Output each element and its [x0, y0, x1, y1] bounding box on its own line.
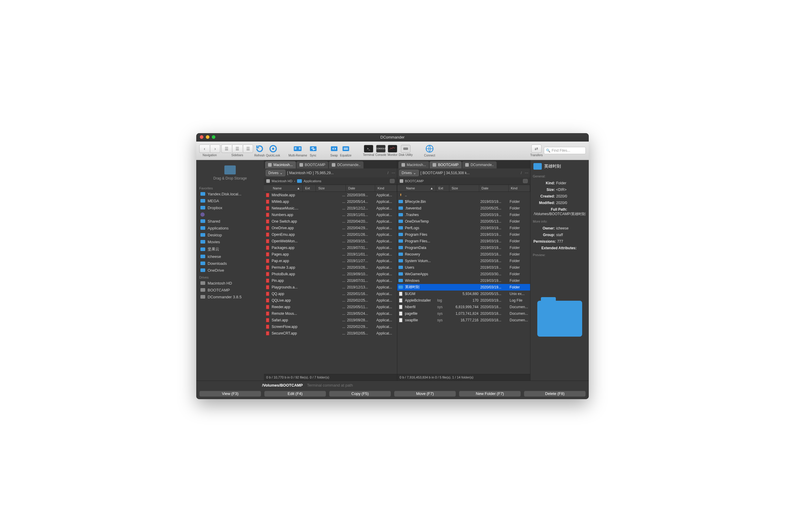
file-row[interactable]: Permute 3.app...2020/03/26...Applicat...: [264, 264, 397, 271]
tab[interactable]: Macintosh...: [265, 161, 296, 169]
file-row[interactable]: Remote Mous......2019/05/24...Applicat..…: [264, 310, 397, 317]
swap-button[interactable]: [329, 144, 339, 153]
file-row[interactable]: OpenEmu.app...2020/01/26...Applicat...: [264, 231, 397, 238]
zoom-window-button[interactable]: [212, 135, 216, 139]
file-row[interactable]: Program Files2019/03/19...Folder: [397, 231, 530, 238]
file-row[interactable]: ⬆..: [397, 192, 530, 198]
sidebar-favorite[interactable]: Downloads: [196, 260, 264, 267]
multi-rename-button[interactable]: [293, 144, 302, 153]
file-row[interactable]: OneDrive.app...2020/04/29...Applicat...: [264, 225, 397, 231]
col-ext[interactable]: Ext: [303, 185, 316, 192]
path-more[interactable]: ⋯: [391, 171, 395, 175]
close-window-button[interactable]: [200, 135, 203, 139]
quicklook-button[interactable]: [268, 144, 278, 153]
file-row[interactable]: Reeder.app...2020/05/11...Applicat...: [264, 304, 397, 310]
col-name[interactable]: Name▲: [264, 185, 303, 192]
view-button[interactable]: View (F3): [199, 391, 261, 397]
copy-button[interactable]: Copy (F5): [329, 391, 391, 397]
file-row[interactable]: OneDriveTemp2020/05/13...Folder: [397, 218, 530, 225]
file-row[interactable]: QQ.app...2020/01/16...Applicat...: [264, 290, 397, 297]
file-row[interactable]: WeGameApps2020/03/30...Folder: [397, 271, 530, 277]
nav-back-button[interactable]: ‹: [199, 145, 209, 153]
right-drives-dropdown[interactable]: Drives ⌄: [399, 170, 419, 176]
col-kind[interactable]: Kind: [509, 185, 530, 192]
connect-button[interactable]: [425, 144, 434, 153]
col-size[interactable]: Size: [316, 185, 346, 192]
move-button[interactable]: Move (F7): [394, 391, 456, 397]
terminal-button[interactable]: >_: [364, 145, 373, 153]
bookmark-icon[interactable]: [390, 179, 395, 183]
sidebar-favorite[interactable]: 坚果云: [196, 245, 264, 253]
file-row[interactable]: Pin.app...2018/07/31...Applicat...: [264, 277, 397, 284]
edit-button[interactable]: Edit (F4): [264, 391, 326, 397]
file-row[interactable]: Packages.app...2019/07/31...Applicat...: [264, 245, 397, 251]
col-ext[interactable]: Ext: [436, 185, 449, 192]
sidebar-favorite[interactable]: Movies: [196, 238, 264, 245]
file-row[interactable]: PhotoBulk.app...2019/09/10...Applicat...: [264, 271, 397, 277]
tab[interactable]: BOOTCAMP: [430, 161, 462, 169]
file-row[interactable]: swapfilesys16,777,2162020/03/18...Docume…: [397, 317, 530, 324]
minimize-window-button[interactable]: [206, 135, 209, 139]
file-row[interactable]: pagefilesys1,073,741,8242020/03/18...Doc…: [397, 310, 530, 317]
file-row[interactable]: MWeb.app...2020/05/14...Applicat...: [264, 198, 397, 205]
tab[interactable]: DCommande..: [329, 161, 363, 169]
sidebar-toggle-3[interactable]: ☰: [243, 145, 253, 153]
file-row[interactable]: PerfLogs2019/03/19...Folder: [397, 225, 530, 231]
file-row[interactable]: SecureCRT.app...2019/02/05...Applicat...: [264, 330, 397, 337]
file-row[interactable]: Program Files...2019/03/19...Folder: [397, 238, 530, 245]
sidebar-favorite[interactable]: OneDrive: [196, 267, 264, 274]
disk-utility-button[interactable]: [401, 145, 410, 153]
file-row[interactable]: Numbers.app...2019/11/01...Applicat...: [264, 211, 397, 218]
file-row[interactable]: Recovery2020/03/18...Folder: [397, 251, 530, 258]
file-row[interactable]: One Switch.app...2020/04/20...Applicat..…: [264, 218, 397, 225]
file-row[interactable]: OpenWebMon......2020/03/15...Applicat...: [264, 238, 397, 245]
file-row[interactable]: $Recycle.Bin2019/03/19...Folder: [397, 198, 530, 205]
file-row[interactable]: .Trashes2020/03/19...Folder: [397, 211, 530, 218]
bookmark-icon[interactable]: [523, 179, 528, 183]
sidebar-favorite[interactable]: Shared: [196, 218, 264, 225]
tab[interactable]: Macintosh...: [399, 161, 429, 169]
drag-drop-storage[interactable]: Drag & Drop Storage: [196, 160, 264, 185]
file-row[interactable]: Playgrounds.a......2019/12/13...Applicat…: [264, 284, 397, 290]
file-row[interactable]: 英雄时刻2020/03/19...Folder: [397, 284, 530, 290]
console-button[interactable]: CONSOLE: [376, 145, 386, 153]
monitor-button[interactable]: [388, 145, 397, 153]
sidebar-drive[interactable]: Macintosh HD: [196, 280, 264, 287]
find-files-input[interactable]: 🔍 Find Files...: [544, 147, 586, 154]
file-row[interactable]: MindNode.app...2020/03/09...Applicat...: [264, 192, 397, 198]
file-row[interactable]: Windows2019/03/19...Folder: [397, 277, 530, 284]
sidebar-drive[interactable]: BOOTCAMP: [196, 287, 264, 294]
col-date[interactable]: Date: [479, 185, 509, 192]
delete-button[interactable]: Delete (F8): [524, 391, 586, 397]
sidebar-drive[interactable]: DCommander 3.8.5: [196, 294, 264, 300]
file-row[interactable]: ProgramData2019/03/19...Folder: [397, 245, 530, 251]
file-row[interactable]: NeteaseMusic.......2019/12/12...Applicat…: [264, 205, 397, 211]
path-more[interactable]: ⋯: [525, 171, 528, 175]
new-folder-button[interactable]: New Folder (F7): [459, 391, 521, 397]
sidebar-favorite[interactable]: Yandex.Disk.local...: [196, 191, 264, 198]
sidebar-favorite[interactable]: [196, 211, 264, 218]
file-row[interactable]: System Volum...2020/03/18...Folder: [397, 258, 530, 264]
file-row[interactable]: QQLive.app...2020/02/25...Applicat...: [264, 297, 397, 304]
file-row[interactable]: Pages.app...2019/11/01...Applicat...: [264, 251, 397, 258]
sidebar-favorite[interactable]: Dropbox: [196, 204, 264, 211]
equalize-button[interactable]: [341, 144, 351, 153]
file-row[interactable]: hiberfilsys6,819,999,7442020/03/18...Doc…: [397, 304, 530, 310]
file-row[interactable]: Users2019/03/19...Folder: [397, 264, 530, 271]
sidebar-toggle-2[interactable]: ☰: [232, 145, 242, 153]
file-row[interactable]: $UGM5,934,8802020/05/15...Unix ex...: [397, 290, 530, 297]
refresh-button[interactable]: [255, 144, 264, 153]
sidebar-favorite[interactable]: Desktop: [196, 232, 264, 238]
sidebar-favorite[interactable]: icheese: [196, 253, 264, 260]
sync-button[interactable]: [308, 144, 318, 153]
col-kind[interactable]: Kind: [375, 185, 397, 192]
tab[interactable]: BOOTCAMP: [297, 161, 328, 169]
left-drives-dropdown[interactable]: Drives ⌄: [265, 170, 285, 176]
tab[interactable]: DCommande..: [462, 161, 497, 169]
nav-forward-button[interactable]: ›: [210, 145, 220, 153]
col-size[interactable]: Size: [449, 185, 479, 192]
cmd-input[interactable]: [306, 382, 586, 389]
col-date[interactable]: Date: [346, 185, 375, 192]
col-name[interactable]: Name▲: [397, 185, 436, 192]
sidebar-favorite[interactable]: Applications: [196, 225, 264, 232]
